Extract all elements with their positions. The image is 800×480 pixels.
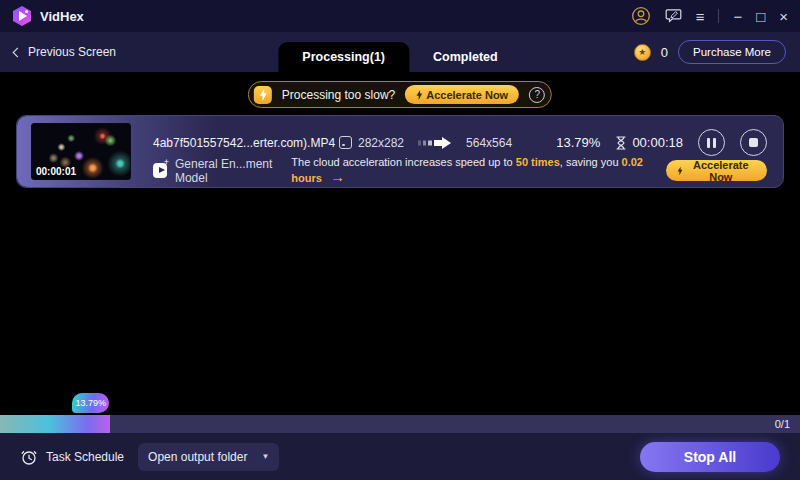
main-content: Processing too slow? Accelerate Now ? 00…	[0, 72, 800, 415]
tab-processing[interactable]: Processing(1)	[278, 42, 409, 72]
video-thumbnail: 00:00:01	[31, 123, 131, 180]
resolution-icon	[339, 136, 352, 149]
task-card-body: 4ab7f501557542...erter.com).MP4 282x282 …	[145, 116, 783, 187]
titlebar: VidHex ≡ − □ ×	[0, 0, 800, 32]
task-schedule-button[interactable]: Task Schedule	[20, 448, 124, 466]
account-icon[interactable]	[631, 6, 651, 26]
feedback-icon[interactable]	[665, 8, 682, 24]
footer: Task Schedule Open output folder ▼ Stop …	[0, 433, 800, 480]
back-chevron-icon	[13, 47, 23, 57]
promo-accelerate-button[interactable]: Accelerate Now	[666, 160, 767, 181]
model-icon	[153, 163, 167, 178]
task-info-row: 4ab7f501557542...erter.com).MP4 282x282 …	[153, 129, 767, 156]
stop-button[interactable]	[740, 129, 767, 156]
coin-icon: ★	[634, 44, 651, 61]
chevron-down-icon: ▼	[261, 452, 269, 461]
pause-button[interactable]	[698, 129, 725, 156]
banner-accelerate-button[interactable]: Accelerate Now	[405, 85, 519, 104]
promo-speed-highlight: 50 times	[516, 156, 560, 168]
promo-arrow-icon: →	[330, 168, 345, 185]
titlebar-divider	[718, 9, 719, 23]
thumbnail-timestamp: 00:00:01	[36, 166, 76, 177]
purchase-more-button[interactable]: Purchase More	[678, 40, 786, 64]
source-resolution: 282x282	[358, 136, 404, 150]
tab-completed[interactable]: Completed	[409, 42, 522, 72]
coin-count: 0	[661, 45, 668, 60]
back-label: Previous Screen	[28, 45, 116, 59]
banner-message: Processing too slow?	[282, 88, 395, 102]
global-progress-bar: 13.79% 0/1	[0, 415, 800, 433]
pause-icon	[707, 138, 716, 148]
elapsed-time: 00:00:18	[632, 135, 683, 150]
progress-tooltip: 13.79%	[72, 393, 109, 413]
tab-bar: Processing(1) Completed	[278, 42, 521, 72]
acceleration-banner: Processing too slow? Accelerate Now ?	[248, 81, 552, 108]
help-icon[interactable]: ?	[529, 87, 545, 103]
thumbnail-wrap: 00:00:01	[17, 116, 145, 187]
task-schedule-label: Task Schedule	[46, 450, 124, 464]
minimize-icon[interactable]: −	[733, 9, 742, 24]
elapsed-time-wrap: 00:00:18	[615, 135, 683, 150]
task-progress-percent: 13.79%	[556, 135, 600, 150]
navbar: Previous Screen Processing(1) Completed …	[0, 32, 800, 72]
stop-all-button[interactable]: Stop All	[640, 442, 780, 472]
task-promo-row: General En...ment Model The cloud accele…	[153, 156, 767, 185]
menu-icon[interactable]: ≡	[696, 9, 705, 24]
model-name: General En...ment Model	[175, 157, 291, 185]
lightning-icon	[254, 86, 272, 104]
app-title: VidHex	[40, 9, 84, 24]
promo-text: The cloud acceleration increases speed u…	[291, 156, 650, 185]
promo-group: The cloud acceleration increases speed u…	[291, 156, 767, 185]
progress-fill	[0, 415, 110, 433]
close-icon[interactable]: ×	[779, 9, 788, 24]
alarm-clock-icon	[20, 448, 38, 466]
task-card: 00:00:01 4ab7f501557542...erter.com).MP4…	[16, 115, 784, 188]
hourglass-icon	[615, 136, 627, 150]
titlebar-actions: ≡ − □ ×	[631, 6, 788, 26]
output-folder-dropdown[interactable]: Open output folder ▼	[138, 443, 279, 471]
output-folder-label: Open output folder	[148, 450, 247, 464]
promo-accelerate-label: Accelerate Now	[686, 159, 756, 183]
nav-actions: ★ 0 Purchase More	[634, 40, 786, 64]
target-resolution: 564x564	[466, 136, 512, 150]
progress-counter: 0/1	[775, 415, 790, 433]
previous-screen-button[interactable]: Previous Screen	[14, 45, 116, 59]
app-logo-icon	[12, 6, 32, 26]
stop-icon	[749, 138, 758, 147]
video-filename: 4ab7f501557542...erter.com).MP4	[153, 136, 339, 150]
maximize-icon[interactable]: □	[756, 9, 765, 24]
resolution-arrow-icon	[418, 136, 452, 150]
task-status-group: 13.79% 00:00:18	[556, 129, 767, 156]
banner-accelerate-label: Accelerate Now	[426, 89, 508, 101]
